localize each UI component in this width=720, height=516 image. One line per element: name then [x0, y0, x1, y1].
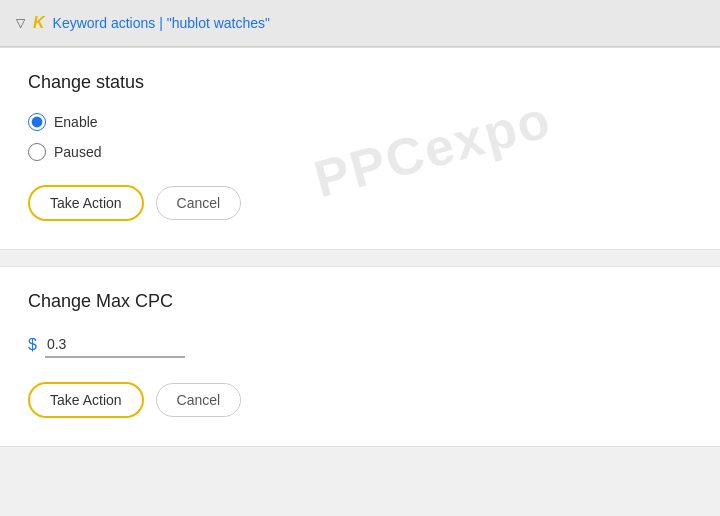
change-status-title: Change status: [28, 72, 692, 93]
radio-enable[interactable]: Enable: [28, 113, 692, 131]
change-status-card: PPCexpo Change status Enable Paused Take…: [0, 47, 720, 250]
change-max-cpc-card: Change Max CPC $ Take Action Cancel: [0, 266, 720, 447]
radio-enable-input[interactable]: [28, 113, 46, 131]
change-status-buttons: Take Action Cancel: [28, 185, 692, 221]
radio-paused-label: Paused: [54, 144, 101, 160]
take-action-button-cpc[interactable]: Take Action: [28, 382, 144, 418]
radio-enable-label: Enable: [54, 114, 98, 130]
gap-divider: [0, 258, 720, 266]
cancel-button-cpc[interactable]: Cancel: [156, 383, 242, 417]
cpc-input-row: $: [28, 332, 692, 358]
header-title-keyword: "hublot watches": [167, 15, 270, 31]
radio-paused[interactable]: Paused: [28, 143, 692, 161]
change-cpc-buttons: Take Action Cancel: [28, 382, 692, 418]
dollar-sign: $: [28, 336, 37, 358]
cancel-button-status[interactable]: Cancel: [156, 186, 242, 220]
header-bar: ▽ K Keyword actions | "hublot watches": [0, 0, 720, 47]
cpc-input[interactable]: [45, 332, 185, 358]
change-max-cpc-title: Change Max CPC: [28, 291, 692, 312]
keyword-icon: K: [33, 14, 45, 32]
radio-paused-input[interactable]: [28, 143, 46, 161]
triangle-icon: ▽: [16, 16, 25, 30]
header-title: Keyword actions | "hublot watches": [53, 15, 270, 31]
status-radio-group: Enable Paused: [28, 113, 692, 161]
take-action-button-status[interactable]: Take Action: [28, 185, 144, 221]
header-title-text: Keyword actions |: [53, 15, 167, 31]
